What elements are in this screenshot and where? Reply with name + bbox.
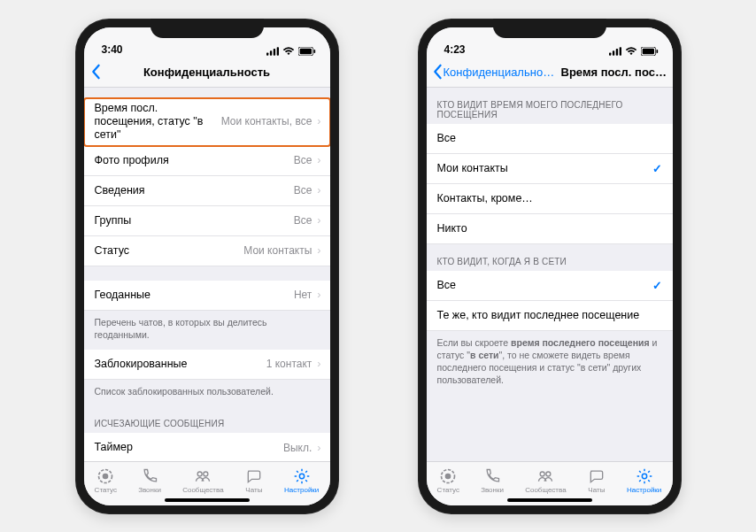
tab-settings[interactable]: Настройки — [284, 467, 319, 494]
svg-rect-0 — [266, 52, 268, 55]
tab-label: Настройки — [627, 486, 661, 494]
svg-point-21 — [541, 472, 545, 476]
tab-settings[interactable]: Настройки — [627, 467, 661, 494]
communities-icon — [194, 467, 212, 485]
phone-right: 4:23 Конфиденциальность Время посл. посе… — [418, 19, 682, 514]
option-everyone[interactable]: Все — [427, 124, 673, 154]
back-label: Конфиденциальность — [444, 66, 559, 79]
chevron-right-icon: › — [317, 214, 320, 227]
chevron-right-icon: › — [317, 442, 320, 454]
option-my-contacts[interactable]: Мои контакты ✓ — [427, 154, 673, 184]
tab-label: Статус — [437, 486, 459, 494]
back-button[interactable]: Конфиденциальность — [432, 64, 559, 80]
row-groups[interactable]: Группы Все › — [84, 206, 330, 236]
row-value: Все — [294, 184, 312, 197]
communities-icon — [536, 467, 554, 485]
svg-rect-13 — [612, 50, 613, 55]
nav-title: Время посл. посеще… — [561, 66, 667, 79]
option-nobody[interactable]: Никто — [427, 214, 673, 244]
status-time: 3:40 — [102, 43, 123, 56]
nav-bar: Конфиденциальность Время посл. посеще… — [427, 58, 673, 88]
nav-title: Конфиденциальность — [84, 66, 330, 79]
group-header: КТО ВИДИТ, КОГДА Я В СЕТИ — [427, 244, 673, 271]
tab-label: Статус — [95, 486, 117, 494]
row-label: Геоданные — [95, 289, 151, 302]
screen-left: 3:40 Конфиденциальность Время посл. посе… — [84, 27, 330, 505]
tab-calls[interactable]: Звонки — [481, 467, 504, 494]
tab-label: Чаты — [588, 486, 605, 494]
option-label: Все — [437, 132, 457, 145]
notch — [150, 19, 264, 38]
svg-rect-2 — [273, 48, 274, 55]
svg-rect-1 — [269, 50, 271, 55]
tab-status[interactable]: Статус — [95, 467, 117, 494]
svg-rect-6 — [313, 49, 315, 52]
tab-status[interactable]: Статус — [437, 467, 459, 494]
row-value: 1 контакт — [266, 358, 312, 370]
tab-label: Сообщества — [525, 486, 566, 494]
row-value: Мои контакты, все — [221, 115, 312, 127]
chevron-right-icon: › — [317, 184, 320, 197]
phone-icon — [141, 467, 158, 485]
row-label: Время посл. посещения, статус "в сети" — [95, 102, 211, 142]
back-button[interactable] — [89, 64, 102, 80]
svg-rect-18 — [656, 49, 658, 52]
tab-label: Звонки — [481, 486, 504, 494]
row-label: Группы — [95, 214, 132, 227]
phone-left: 3:40 Конфиденциальность Время посл. посе… — [75, 19, 339, 514]
tab-chats[interactable]: Чаты — [588, 467, 606, 494]
footer-note: Список заблокированных пользователей. — [84, 380, 330, 406]
svg-rect-5 — [299, 48, 311, 54]
chevron-right-icon: › — [317, 289, 320, 301]
svg-point-11 — [299, 474, 304, 478]
chats-icon — [245, 467, 263, 485]
svg-rect-15 — [619, 47, 621, 55]
tab-communities[interactable]: Сообщества — [182, 467, 223, 494]
footer-note: Перечень чатов, в которых вы делитесь ге… — [84, 311, 330, 350]
group-header: ИСЧЕЗАЮЩИЕ СООБЩЕНИЯ — [84, 406, 330, 433]
option-label: Те же, кто видит последнее посещение — [437, 309, 640, 322]
content[interactable]: КТО ВИДИТ ВРЕМЯ МОЕГО ПОСЛЕДНЕГО ПОСЕЩЕН… — [427, 88, 673, 461]
tab-label: Звонки — [138, 486, 161, 494]
content[interactable]: Время посл. посещения, статус "в сети" М… — [84, 88, 330, 461]
row-last-seen[interactable]: Время посл. посещения, статус "в сети" М… — [84, 98, 330, 146]
tab-calls[interactable]: Звонки — [138, 467, 161, 494]
check-icon: ✓ — [652, 279, 662, 292]
option-online-everyone[interactable]: Все ✓ — [427, 271, 673, 301]
tab-label: Настройки — [284, 486, 319, 494]
svg-rect-14 — [615, 48, 617, 55]
svg-rect-3 — [276, 47, 278, 55]
row-value: Выкл. — [283, 442, 312, 454]
row-about[interactable]: Сведения Все › — [84, 176, 330, 206]
tab-chats[interactable]: Чаты — [245, 467, 263, 494]
footer-note: Если вы скроете время последнего посещен… — [427, 331, 673, 396]
home-indicator — [507, 498, 592, 502]
option-online-same-as-lastseen[interactable]: Те же, кто видит последнее посещение — [427, 301, 673, 331]
phone-icon — [483, 467, 501, 485]
option-label: Мои контакты — [437, 162, 508, 175]
gear-icon — [293, 467, 311, 485]
row-profile-photo[interactable]: Фото профиля Все › — [84, 146, 330, 176]
row-label: Таймер — [95, 441, 134, 454]
tab-communities[interactable]: Сообщества — [525, 467, 566, 494]
chevron-right-icon: › — [317, 244, 320, 257]
row-live-location[interactable]: Геоданные Нет › — [84, 281, 330, 311]
row-status[interactable]: Статус Мои контакты › — [84, 236, 330, 266]
option-label: Никто — [437, 222, 467, 235]
chats-icon — [588, 467, 606, 485]
row-blocked[interactable]: Заблокированные 1 контакт › — [84, 350, 330, 380]
chevron-right-icon: › — [317, 358, 320, 370]
row-label: Статус — [95, 244, 130, 258]
row-label: Фото профиля — [95, 154, 169, 167]
row-timer[interactable]: Таймер Выкл. › — [84, 433, 330, 460]
svg-rect-12 — [609, 52, 611, 55]
svg-point-22 — [546, 472, 551, 476]
status-icon — [439, 467, 457, 485]
svg-point-8 — [103, 474, 109, 480]
row-value: Нет — [294, 289, 312, 301]
group-header: КТО ВИДИТ ВРЕМЯ МОЕГО ПОСЛЕДНЕГО ПОСЕЩЕН… — [427, 88, 673, 124]
option-label: Контакты, кроме… — [437, 192, 533, 205]
option-contacts-except[interactable]: Контакты, кроме… — [427, 184, 673, 214]
signal-icon — [266, 47, 279, 56]
tab-label: Чаты — [245, 486, 262, 494]
